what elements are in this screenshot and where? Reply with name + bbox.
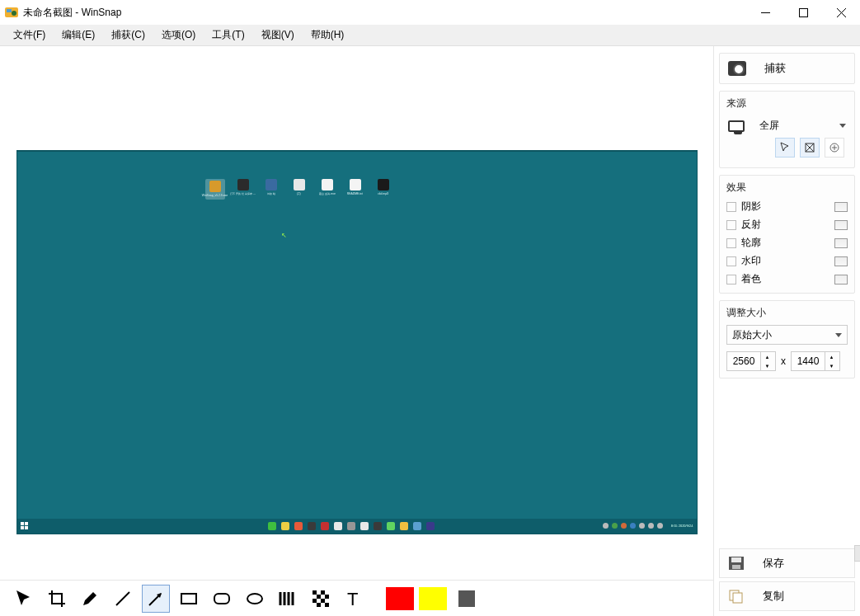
- spin-up-icon[interactable]: ▲: [825, 352, 838, 361]
- checkbox-reflection[interactable]: [726, 220, 736, 230]
- save-button[interactable]: 保存: [719, 548, 855, 578]
- tool-pointer[interactable]: [10, 585, 38, 613]
- menu-edit[interactable]: 编辑(E): [54, 26, 103, 45]
- more-options-button[interactable]: [825, 138, 844, 158]
- close-button[interactable]: [822, 0, 860, 25]
- annotation-toolbar: T: [0, 580, 713, 616]
- menu-tools[interactable]: 工具(T): [204, 26, 252, 45]
- svg-line-11: [116, 592, 129, 605]
- spin-down-icon[interactable]: ▼: [760, 361, 773, 370]
- work-area: WinSnap_v5.2.9.exe 打不开的 结果保存... 回收站 (2) …: [0, 46, 860, 616]
- desktop-icon: 恩山函调.exe: [317, 179, 337, 200]
- svg-rect-7: [21, 522, 24, 525]
- svg-rect-23: [325, 595, 329, 599]
- window-controls: [746, 0, 860, 25]
- desktop-icon: WinSnap_v5.2.9.exe: [205, 179, 225, 200]
- canvas-viewport[interactable]: WinSnap_v5.2.9.exe 打不开的 结果保存... 回收站 (2) …: [0, 46, 713, 580]
- tool-line[interactable]: [109, 585, 137, 613]
- dimension-separator: x: [781, 355, 786, 367]
- menu-capture[interactable]: 捕获(C): [103, 26, 153, 45]
- panel-handle[interactable]: [854, 545, 860, 562]
- svg-rect-27: [325, 603, 329, 607]
- menu-bar: 文件(F) 编辑(E) 捕获(C) 选项(O) 工具(T) 视图(V) 帮助(H…: [0, 25, 860, 46]
- maximize-button[interactable]: [784, 0, 822, 25]
- desktop-icon: ckd.mp3: [374, 179, 393, 200]
- tool-arrow[interactable]: [142, 585, 170, 613]
- svg-rect-1: [7, 9, 12, 12]
- delay-toggle[interactable]: [800, 138, 820, 158]
- monitor-icon: [728, 120, 745, 132]
- copy-button[interactable]: 复制: [719, 581, 855, 611]
- svg-rect-8: [25, 522, 28, 525]
- section-title-resize: 调整大小: [726, 306, 848, 320]
- menu-view[interactable]: 视图(V): [253, 26, 303, 45]
- svg-text:T: T: [347, 589, 358, 609]
- effect-config-outline[interactable]: [834, 238, 848, 248]
- source-mode-dropdown[interactable]: 全屏: [726, 115, 848, 136]
- chevron-down-icon: [839, 124, 846, 128]
- height-input[interactable]: [792, 355, 825, 367]
- window-title: 未命名截图 - WinSnap: [23, 6, 746, 20]
- tool-blur[interactable]: [274, 585, 302, 613]
- effect-config-tint[interactable]: [834, 275, 848, 284]
- tool-ellipse[interactable]: [241, 585, 269, 613]
- section-title-effects: 效果: [726, 181, 848, 195]
- color-swatch-current[interactable]: [458, 590, 475, 607]
- svg-rect-26: [317, 603, 321, 607]
- desktop-icon: 打不开的 结果保存...: [233, 179, 253, 200]
- height-spinner[interactable]: ▲▼: [791, 351, 840, 371]
- chevron-down-icon: [835, 333, 842, 337]
- menu-help[interactable]: 帮助(H): [303, 26, 353, 45]
- tool-pixelate[interactable]: [307, 585, 335, 613]
- capture-button[interactable]: 捕获: [719, 53, 855, 84]
- tool-highlighter[interactable]: [76, 585, 104, 613]
- svg-rect-20: [313, 590, 317, 595]
- svg-rect-39: [733, 593, 742, 603]
- width-spinner[interactable]: ▲▼: [726, 351, 776, 371]
- checkbox-outline[interactable]: [726, 238, 736, 248]
- tool-text[interactable]: T: [340, 585, 368, 613]
- desktop-icon: 回收站: [261, 179, 281, 200]
- svg-point-15: [247, 594, 262, 604]
- color-swatch-red[interactable]: [386, 587, 414, 610]
- tool-rectangle[interactable]: [175, 585, 203, 613]
- checkbox-tint[interactable]: [726, 275, 736, 284]
- title-bar: 未命名截图 - WinSnap: [0, 0, 860, 25]
- menu-file[interactable]: 文件(F): [5, 26, 54, 45]
- width-input[interactable]: [727, 355, 760, 367]
- include-cursor-toggle[interactable]: [775, 138, 795, 158]
- resize-section: 调整大小 原始大小 ▲▼ x ▲▼: [719, 300, 855, 379]
- spin-up-icon[interactable]: ▲: [760, 352, 773, 361]
- svg-rect-24: [313, 599, 317, 603]
- effect-config-reflection[interactable]: [834, 220, 848, 230]
- color-swatch-yellow[interactable]: [419, 587, 447, 610]
- start-icon: [21, 522, 29, 530]
- desktop-icon: (2): [289, 179, 309, 200]
- svg-rect-4: [799, 8, 807, 16]
- desktop-icons: WinSnap_v5.2.9.exe 打不开的 结果保存... 回收站 (2) …: [205, 179, 393, 200]
- svg-rect-25: [321, 599, 325, 603]
- checkbox-shadow[interactable]: [726, 202, 736, 212]
- cursor-icon: ↖: [281, 232, 288, 238]
- source-section: 来源 全屏: [719, 91, 855, 168]
- section-title-source: 来源: [726, 96, 848, 111]
- svg-rect-13: [181, 594, 196, 604]
- effect-config-watermark[interactable]: [834, 256, 848, 266]
- menu-options[interactable]: 选项(O): [153, 26, 204, 45]
- checkbox-watermark[interactable]: [726, 256, 736, 266]
- captured-image: WinSnap_v5.2.9.exe 打不开的 结果保存... 回收站 (2) …: [17, 151, 697, 534]
- canvas-area: WinSnap_v5.2.9.exe 打不开的 结果保存... 回收站 (2) …: [0, 46, 713, 616]
- svg-rect-37: [732, 565, 740, 569]
- minimize-button[interactable]: [746, 0, 784, 25]
- camera-icon: [728, 61, 746, 76]
- tool-crop[interactable]: [43, 585, 71, 613]
- svg-rect-14: [214, 594, 229, 604]
- svg-rect-9: [21, 526, 24, 529]
- save-icon: [728, 556, 745, 571]
- spin-down-icon[interactable]: ▼: [825, 361, 838, 370]
- tool-rounded-rect[interactable]: [208, 585, 236, 613]
- svg-point-2: [12, 11, 16, 16]
- resize-mode-dropdown[interactable]: 原始大小: [726, 325, 848, 345]
- captured-taskbar: 8:55 2020/9/24: [17, 519, 697, 534]
- effect-config-shadow[interactable]: [834, 202, 848, 212]
